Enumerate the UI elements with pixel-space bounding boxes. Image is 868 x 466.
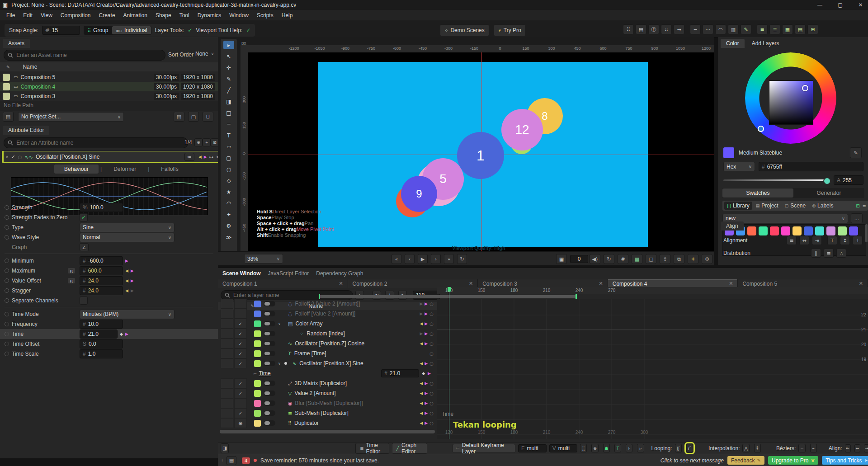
sparkle-icon[interactable]: ✳ [688,254,698,264]
settings-tool-icon[interactable]: ⚙ [223,221,234,230]
square-marker[interactable] [802,85,808,91]
attr-bullet[interactable] [5,312,9,316]
timeline-ruler[interactable]: 0306090120150180210240270 [437,287,868,294]
skew-tool-icon[interactable]: ▱ [223,142,234,151]
asset-row[interactable]: ▭Composition 330.00fps1920 x 1080 [0,91,218,101]
enabled-check-icon[interactable]: ✓ [11,154,15,160]
zoom-in-icon[interactable]: ⊕ [194,138,203,146]
field-input[interactable]: #10.0 [80,320,123,329]
solo-circle-icon[interactable]: ○ [429,311,434,316]
field-checkbox[interactable]: ✓ [80,213,88,221]
solo-circle-icon[interactable]: ○ [429,401,434,406]
next-keyframe-icon[interactable]: ▶ [420,301,423,306]
lock-cell[interactable] [221,329,233,339]
menu-item-tool[interactable]: Tool [176,11,193,20]
layer-row[interactable]: ⌐Time#21.0◆▶ [218,368,437,378]
visibility-cell[interactable]: ✓ [234,319,247,329]
pentagon-tool-icon[interactable]: ◇ [223,176,234,185]
layer-row[interactable]: ✓∨▤Color Array◀▶○ [218,319,437,329]
playhead-handle[interactable] [448,287,451,292]
alpha-slider-handle[interactable] [823,177,831,185]
align-keys-left-icon[interactable]: ⇤ [845,444,851,452]
visibility-cell[interactable]: ✓ [234,339,247,348]
shape-tool-icon[interactable]: □ [223,108,234,117]
knife-tool-icon[interactable]: ╱ [223,86,234,94]
select-tool-icon[interactable]: ▸ [223,41,234,49]
solo-circle-icon[interactable]: ○ [429,341,434,346]
layer-swatch[interactable] [254,390,261,397]
marquee-icon[interactable]: ⣿ [580,444,587,452]
grid-icon[interactable]: # [618,254,628,264]
layer-toggle[interactable] [264,341,275,346]
align-keys-right-icon[interactable]: ⇥ [864,444,868,452]
attribute-editor-tab[interactable]: Attribute Editor [3,126,49,135]
close-tab-icon[interactable]: ✕ [339,281,343,287]
field-input[interactable]: %100.0 [80,203,123,212]
prev-keyframe-icon[interactable]: ◀ [125,278,128,283]
editor-tab-scene-window[interactable]: Scene Window [222,270,261,277]
field-select[interactable]: Sine∨ [80,223,175,232]
editor-tab-dependency-graph[interactable]: Dependency Graph [316,270,363,277]
prev-keyframe-icon[interactable]: ◀ [420,411,423,415]
speaker-icon[interactable]: ◀) [590,254,600,264]
solo-circle-icon[interactable]: ○ [429,301,434,306]
attr-bullet[interactable] [5,259,9,263]
subtab-generator[interactable]: Generator [793,188,864,198]
pen-icon[interactable]: ✎ [741,24,751,34]
minimize-button[interactable]: — [810,2,830,8]
assets-tab[interactable]: Assets [3,39,30,48]
tab-add-layers[interactable]: Add Layers [746,39,785,48]
lock-cell[interactable] [221,398,233,408]
attribute-tab-falloffs[interactable]: Falloffs [151,165,188,174]
layer-toggle[interactable] [264,331,275,336]
palette-swatch-4[interactable] [770,226,779,235]
messages-icon[interactable]: ▤ [226,456,236,465]
next-keyframe-icon[interactable]: ▶ [425,361,428,366]
individual-button[interactable]: ▪▫Individual [112,26,151,34]
grid-cells-icon[interactable]: ⊞ [807,24,818,34]
visibility-cell[interactable]: ✓ [234,388,247,398]
graph-curve-chart[interactable] [437,299,868,439]
close-tab-icon[interactable]: ✕ [859,281,863,287]
layer-row[interactable]: ✓∨∿Oscillator [Position.Z] Cosine◀▶○ [218,339,437,348]
layer-hscrollbar[interactable] [220,430,435,433]
screen-green-icon[interactable]: ▦ [632,254,642,264]
next-keyframe-icon[interactable]: ▶ [425,321,428,326]
editor-tab-javascript-editor[interactable]: JavaScript Editor [268,270,309,277]
asset-row[interactable]: ▭Composition 430.00fps1920 x 1080 [0,82,218,91]
menu-item-scripts[interactable]: Scripts [253,11,277,20]
status-button-feedback[interactable]: Feedback✎ [727,456,764,465]
lock-cell[interactable] [221,388,233,398]
work-area-bar[interactable] [319,295,577,298]
menu-item-view[interactable]: View [37,11,56,20]
value-multi-field[interactable]: Vmulti [549,444,578,452]
pi-badge[interactable]: π [68,278,75,283]
ghost-key-icon[interactable]: ⊕ [591,444,598,452]
attribute-search-input[interactable] [15,139,184,146]
next-message-link[interactable]: Click to see next message [660,457,724,464]
project-icon-button[interactable]: ▤ [3,112,14,122]
lock-cell[interactable] [221,418,233,428]
layer-row[interactable]: ✓∨∿Oscillator [Position.X] Sine◀▶○ [218,358,437,368]
layer-row[interactable]: ∨◌Falloff 2 [Value 2 [Amount]]▶▶○ [218,299,437,309]
next-keyframe-icon[interactable]: ▶ [425,391,428,395]
attribute-tab-behaviour[interactable]: Behaviour [54,165,99,174]
layer-swatch[interactable] [254,301,261,307]
lock-cell[interactable] [221,408,233,418]
align-tab[interactable]: Align [721,221,744,231]
field-input[interactable]: #600.0 [80,266,123,275]
align-left-icon[interactable]: ≡ [787,236,797,245]
field-input[interactable]: #21.0 [80,329,118,339]
field-input[interactable]: S0.0 [80,339,123,348]
pi-badge[interactable]: π [68,268,75,273]
visibility-cell[interactable]: ✓ [234,329,247,339]
menu-item-shape[interactable]: Shape [152,11,175,20]
layer-row[interactable]: ✓∨▽Value 2 [Amount]◀▶○ [218,388,437,398]
prev-keyframe-icon[interactable]: ◀ [420,361,423,366]
field-checkbox[interactable] [80,297,88,305]
subtab-swatches[interactable]: Swatches [722,188,793,198]
lock-cell[interactable] [221,319,233,329]
status-button-tips-and-tricks[interactable]: Tips and Tricks➤ [822,456,868,465]
layer-row[interactable]: ✓∨⁘Random [Index]▶▶○ [218,329,437,339]
frame-multi-field[interactable]: Fmulti [518,444,547,452]
